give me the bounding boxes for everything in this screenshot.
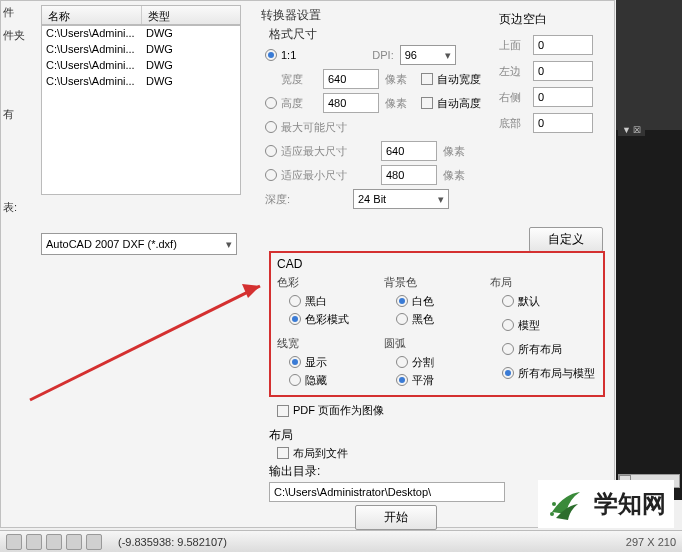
radio-bg-black[interactable] — [396, 313, 408, 325]
pdf-as-image-check[interactable] — [277, 405, 289, 417]
status-icon[interactable] — [86, 534, 102, 550]
cad-viewport[interactable] — [616, 0, 682, 500]
margin-left-input[interactable] — [533, 61, 593, 81]
status-icon[interactable] — [46, 534, 62, 550]
side-label: 件夹 — [1, 24, 31, 47]
height-input[interactable] — [323, 93, 379, 113]
file-list[interactable]: C:\Users\Admini...DWG C:\Users\Admini...… — [41, 25, 241, 195]
side-label: 表: — [1, 196, 31, 219]
leaf-icon — [546, 484, 586, 524]
table-row[interactable]: C:\Users\Admini...DWG — [42, 58, 240, 74]
radio-1-1[interactable] — [265, 49, 277, 61]
depth-label: 深度: — [253, 192, 353, 207]
radio-show-lw[interactable] — [289, 356, 301, 368]
column-type[interactable]: 类型 — [142, 6, 240, 24]
margin-top-input[interactable] — [533, 35, 593, 55]
margin-right-input[interactable] — [533, 87, 593, 107]
dpi-combo[interactable]: 96 — [400, 45, 456, 65]
table-row[interactable]: C:\Users\Admini...DWG — [42, 42, 240, 58]
radio-fit-max[interactable] — [265, 145, 277, 157]
table-row[interactable]: C:\Users\Admini...DWG — [42, 26, 240, 42]
status-bar: (-9.835938: 9.582107) 297 X 210 — [0, 530, 682, 552]
auto-width-check[interactable] — [421, 73, 433, 85]
radio-max-possible[interactable] — [265, 121, 277, 133]
radio-hide-lw[interactable] — [289, 374, 301, 386]
radio-layout-model[interactable] — [502, 319, 514, 331]
dpi-label: DPI: — [366, 49, 399, 61]
side-label: 件 — [1, 1, 31, 24]
radio-bg-white[interactable] — [396, 295, 408, 307]
auto-height-check[interactable] — [421, 97, 433, 109]
depth-combo[interactable]: 24 Bit — [353, 189, 449, 209]
cad-settings-box: CAD 色彩 黑白 色彩模式 线宽 显示 隐藏 背景色 白色 黑色 圆弧 分割 … — [269, 251, 605, 397]
height-label: 高度 — [281, 96, 323, 111]
format-combo[interactable]: AutoCAD 2007 DXF (*.dxf) — [41, 233, 237, 255]
width-label: 宽度 — [281, 72, 323, 87]
radio-all-layout[interactable] — [502, 343, 514, 355]
layout-section: 布局 布局到文件 — [269, 427, 348, 462]
side-label: 有 — [1, 103, 31, 126]
left-column: 件 件夹 有 表: 名称 类型 C:\Users\Admini...DWG C:… — [1, 1, 241, 529]
fit-max-input[interactable] — [381, 141, 437, 161]
converter-dialog: 件 件夹 有 表: 名称 类型 C:\Users\Admini...DWG C:… — [0, 0, 615, 528]
watermark-logo: 学知网 — [538, 480, 674, 528]
coordinates: (-9.835938: 9.582107) — [110, 536, 235, 548]
radio-layout-default[interactable] — [502, 295, 514, 307]
svg-point-3 — [550, 512, 554, 516]
table-row[interactable]: C:\Users\Admini...DWG — [42, 74, 240, 90]
status-icon[interactable] — [6, 534, 22, 550]
side-labels: 件 件夹 有 表: — [1, 1, 31, 219]
custom-button[interactable]: 自定义 — [529, 227, 603, 252]
file-list-header[interactable]: 名称 类型 — [41, 5, 241, 25]
dimensions: 297 X 210 — [626, 536, 676, 548]
output-dir-input[interactable] — [269, 482, 505, 502]
status-icon[interactable] — [26, 534, 42, 550]
column-name[interactable]: 名称 — [42, 6, 142, 24]
radio-arc-split[interactable] — [396, 356, 408, 368]
pdf-as-image-row: PDF 页面作为图像 — [269, 403, 384, 418]
radio-wh[interactable] — [265, 97, 277, 109]
width-input[interactable] — [323, 69, 379, 89]
svg-point-2 — [552, 502, 556, 506]
fit-min-input[interactable] — [381, 165, 437, 185]
panel-controls[interactable]: ▼ ☒ — [618, 124, 645, 136]
radio-fit-min[interactable] — [265, 169, 277, 181]
layout-to-file-check[interactable] — [277, 447, 289, 459]
radio-arc-smooth[interactable] — [396, 374, 408, 386]
radio-all-layout-model[interactable] — [502, 367, 514, 379]
start-button[interactable]: 开始 — [355, 505, 437, 530]
margin-bottom-input[interactable] — [533, 113, 593, 133]
status-icon[interactable] — [66, 534, 82, 550]
page-margins: 页边空白 上面 左边 右侧 底部 — [499, 11, 611, 136]
radio-bw[interactable] — [289, 295, 301, 307]
radio-colormode[interactable] — [289, 313, 301, 325]
